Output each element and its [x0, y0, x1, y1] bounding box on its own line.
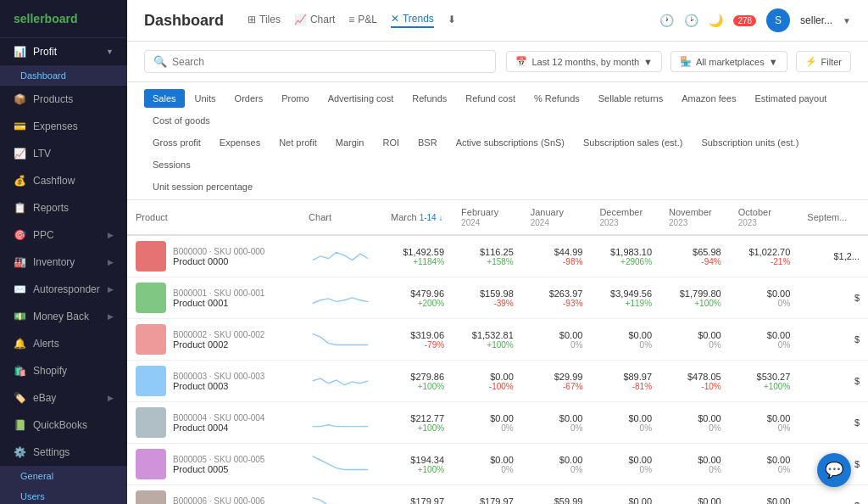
metric-tab-unit-session-pct[interactable]: Unit session percentage: [144, 177, 261, 196]
sidebar-item-label: Products: [33, 93, 73, 105]
clock-icon[interactable]: 🕐: [659, 14, 674, 27]
sidebar-item-reports[interactable]: 📋 Reports: [0, 194, 127, 221]
value-cell-december: $89.97 -81%: [591, 361, 660, 402]
metric-tab-promo[interactable]: Promo: [273, 89, 317, 108]
cell-value: $263.97: [531, 288, 583, 299]
sidebar-item-inventory[interactable]: 🏭 Inventory ▶: [0, 249, 127, 276]
sidebar-item-ppc[interactable]: 🎯 PPC ▶: [0, 221, 127, 249]
metric-tab-advertising-cost[interactable]: Advertising cost: [320, 89, 403, 108]
value-cell-october: $0.00 0%: [730, 485, 799, 505]
avatar[interactable]: S: [766, 8, 790, 32]
sidebar-item-users[interactable]: Users: [0, 486, 127, 504]
nav-label: Trends: [403, 13, 434, 25]
cell-value: $1,799.80: [669, 288, 721, 299]
cell-value: $0.00: [599, 330, 652, 340]
marketplace-picker[interactable]: 🏪 All marketplaces ▼: [670, 51, 787, 72]
metric-tab-sessions[interactable]: Sessions: [144, 155, 199, 174]
metric-tab-amazon-fees[interactable]: Amazon fees: [673, 89, 744, 108]
table-row[interactable]: B000003 · SKU 000-003 Product 0003 $279.…: [127, 361, 868, 402]
sidebar-item-ltv[interactable]: 📈 LTV: [0, 140, 127, 167]
metric-tab-orders[interactable]: Orders: [226, 89, 272, 108]
metric-tab-refunds[interactable]: Refunds: [403, 89, 455, 108]
nav-pl[interactable]: ≡ P&L: [348, 14, 377, 27]
metric-tab-active-subscriptions[interactable]: Active subscriptions (SnS): [448, 133, 573, 152]
search-box[interactable]: 🔍: [144, 50, 496, 73]
sidebar-item-label: Users: [20, 491, 45, 501]
nav-trends[interactable]: ✕ Trends: [391, 13, 434, 28]
sidebar-item-money-back[interactable]: 💵 Money Back ▶: [0, 303, 127, 330]
sidebar-item-settings[interactable]: ⚙️ Settings: [0, 439, 127, 466]
chat-button[interactable]: 💬: [817, 453, 851, 487]
cell-value: $1,983.10: [599, 247, 652, 257]
table-row[interactable]: B000000 · SKU 000-000 Product 0000 $1,49…: [127, 235, 868, 277]
metric-tab-expenses[interactable]: Expenses: [211, 133, 269, 152]
chart-cell: [300, 485, 382, 505]
metric-tab-net-profit[interactable]: Net profit: [270, 133, 326, 152]
ltv-icon: 📈: [14, 148, 26, 160]
metric-tab-roi[interactable]: ROI: [374, 133, 408, 152]
alerts-icon: 🔔: [14, 338, 26, 350]
metric-tab-refund-cost[interactable]: Refund cost: [457, 89, 524, 108]
cell-pct: 0%: [738, 465, 791, 474]
value-cell-november: $0.00 0%: [660, 319, 730, 361]
value-cell-october: $0.00 0%: [730, 319, 799, 361]
cell-value: $0.00: [669, 496, 721, 505]
filter-button[interactable]: ⚡ Filter: [796, 51, 851, 72]
user-chevron-icon[interactable]: ▼: [843, 16, 851, 25]
nav-tiles[interactable]: ⊞ Tiles: [248, 14, 281, 27]
notification-badge[interactable]: 278: [733, 15, 756, 26]
sidebar-item-shopify[interactable]: 🛍️ Shopify: [0, 357, 127, 384]
metric-tab-cost-of-goods[interactable]: Cost of goods: [144, 111, 219, 130]
theme-icon[interactable]: 🌙: [709, 14, 723, 27]
sidebar-item-quickbooks[interactable]: 📗 QuickBooks: [0, 412, 127, 439]
sidebar-item-expenses[interactable]: 💳 Expenses: [0, 113, 127, 140]
value-cell-march: $179.97 0%: [382, 485, 453, 505]
metric-tab-margin[interactable]: Margin: [327, 133, 373, 152]
search-input[interactable]: [172, 56, 487, 68]
metrics-row-3: Unit session percentage: [144, 177, 851, 199]
sidebar-item-label: Alerts: [33, 338, 59, 350]
metric-tab-bsr[interactable]: BSR: [409, 133, 446, 152]
product-cell: B000000 · SKU 000-000 Product 0000: [127, 235, 300, 277]
metric-tab-pct-refunds[interactable]: % Refunds: [526, 89, 588, 108]
table-row[interactable]: B000001 · SKU 000-001 Product 0001 $479.…: [127, 277, 868, 319]
metric-tab-subscription-sales[interactable]: Subscription sales (est.): [575, 133, 691, 152]
metric-tab-estimated-payout[interactable]: Estimated payout: [746, 89, 835, 108]
sidebar-item-profit[interactable]: 📊 Profit ▼: [0, 38, 127, 65]
ppc-icon: 🎯: [14, 229, 26, 241]
cell-value: $: [807, 293, 860, 303]
cell-value: $530.27: [738, 372, 791, 382]
trends-icon: ✕: [391, 13, 399, 25]
cell-pct: -98%: [531, 257, 583, 266]
sidebar-item-products[interactable]: 📦 Products: [0, 86, 127, 113]
sidebar-item-dashboard[interactable]: Dashboard: [0, 65, 127, 86]
metric-tab-sales[interactable]: Sales: [144, 89, 185, 108]
value-cell-november: $0.00 0%: [660, 485, 730, 505]
product-cell: B000004 · SKU 000-004 Product 0004: [127, 402, 300, 444]
sidebar-item-autoresponder[interactable]: ✉️ Autoresponder ▶: [0, 276, 127, 303]
value-cell-november: $1,799.80 +100%: [660, 277, 730, 319]
nav-download[interactable]: ⬇: [448, 14, 456, 27]
chevron-right-icon: ▶: [108, 231, 114, 239]
value-cell-january: $44.99 -98%: [522, 235, 592, 277]
sidebar-item-cashflow[interactable]: 💰 Cashflow: [0, 167, 127, 194]
table-row[interactable]: B000005 · SKU 000-005 Product 0005 $194.…: [127, 444, 868, 485]
metric-tab-sellable-returns[interactable]: Sellable returns: [590, 89, 671, 108]
sidebar-item-alerts[interactable]: 🔔 Alerts: [0, 330, 127, 357]
table-row[interactable]: B000004 · SKU 000-004 Product 0004 $212.…: [127, 402, 868, 444]
metric-tab-gross-profit[interactable]: Gross profit: [144, 133, 209, 152]
table-row[interactable]: B000006 · SKU 000-006 Product 0006 $179.…: [127, 485, 868, 505]
date-range-picker[interactable]: 📅 Last 12 months, by month ▼: [506, 51, 661, 72]
nav-chart[interactable]: 📈 Chart: [294, 14, 335, 27]
cell-value: $194.34: [391, 455, 444, 465]
metric-tab-subscription-units[interactable]: Subscription units (est.): [693, 133, 807, 152]
history-icon[interactable]: 🕑: [684, 14, 698, 27]
sidebar-item-ebay[interactable]: 🏷️ eBay ▶: [0, 384, 127, 412]
value-cell-september: $: [798, 319, 868, 361]
metric-tab-units[interactable]: Units: [186, 89, 225, 108]
logo-text: sellerboard: [14, 12, 77, 25]
table-row[interactable]: B000002 · SKU 000-002 Product 0002 $319.…: [127, 319, 868, 361]
col-march[interactable]: March 1-14 ↓: [382, 200, 453, 235]
chart-icon: 📈: [294, 14, 307, 25]
sidebar-item-general[interactable]: General: [0, 466, 127, 486]
